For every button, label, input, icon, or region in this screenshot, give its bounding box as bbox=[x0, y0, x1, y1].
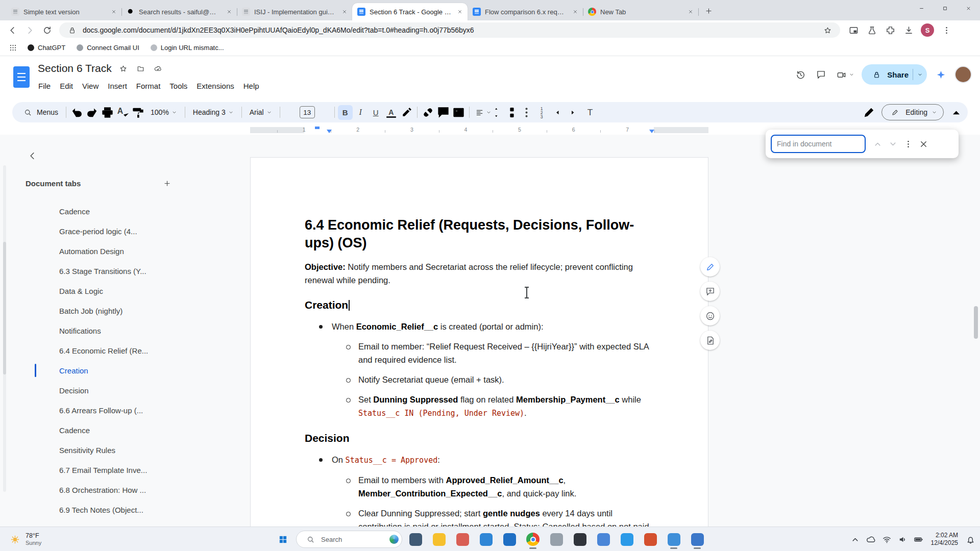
outline-item[interactable]: Automation Design bbox=[15, 243, 204, 259]
insert-image-button[interactable] bbox=[451, 105, 466, 120]
outline-item[interactable]: Batch Job (nightly) bbox=[15, 303, 204, 319]
menu-help[interactable]: Help bbox=[239, 80, 264, 92]
browser-tab[interactable]: New Tab bbox=[583, 3, 698, 20]
taskbar-search[interactable]: Search bbox=[296, 531, 402, 548]
tab-close-icon[interactable] bbox=[225, 7, 234, 16]
decrease-font-button[interactable] bbox=[283, 105, 298, 120]
menu-format[interactable]: Format bbox=[132, 80, 165, 92]
line-spacing-button[interactable] bbox=[493, 105, 507, 120]
browser-tab[interactable]: ISIJ - Implementation guide - bbox=[237, 3, 352, 20]
share-button[interactable]: Share bbox=[862, 64, 927, 85]
omnibox[interactable]: docs.google.com/document/d/1jkdXn2EE3q0X… bbox=[59, 22, 840, 38]
file-explorer-icon[interactable] bbox=[429, 529, 449, 549]
document-title[interactable]: Section 6 Track bbox=[38, 62, 112, 74]
clock[interactable]: 2:02 AM 12/4/2025 bbox=[929, 532, 960, 547]
powerpoint-icon[interactable] bbox=[640, 529, 660, 549]
outline-item[interactable]: 6.7 Email Template Inve... bbox=[15, 462, 204, 478]
chrome-menu-icon[interactable] bbox=[938, 22, 954, 38]
outline-item[interactable]: Decision bbox=[15, 382, 204, 398]
bookmark-item[interactable]: ChatGPT bbox=[23, 42, 69, 53]
comments-icon[interactable] bbox=[814, 68, 827, 81]
redo-button[interactable] bbox=[85, 105, 100, 120]
bookmark-star-icon[interactable] bbox=[821, 23, 834, 37]
pen-suggest-button[interactable] bbox=[700, 257, 720, 277]
notepad-icon[interactable] bbox=[687, 529, 707, 549]
undo-button[interactable] bbox=[69, 105, 84, 120]
apps-grid-icon[interactable] bbox=[6, 41, 19, 55]
collapse-panel-button[interactable] bbox=[22, 146, 42, 165]
forward-icon[interactable] bbox=[21, 22, 38, 38]
menu-extensions[interactable]: Extensions bbox=[192, 80, 238, 92]
checklist-button[interactable] bbox=[508, 105, 523, 120]
menu-edit[interactable]: Edit bbox=[55, 80, 78, 92]
people-icon[interactable] bbox=[593, 529, 614, 549]
edge-icon[interactable] bbox=[476, 529, 496, 549]
browser-tab[interactable]: Section 6 Track - Google Docs bbox=[352, 3, 468, 20]
volume-icon[interactable] bbox=[897, 534, 909, 545]
paragraph-style-select[interactable]: Heading 3 bbox=[188, 105, 238, 120]
increase-font-button[interactable] bbox=[316, 105, 331, 120]
close-button[interactable] bbox=[957, 0, 980, 16]
browser-tab[interactable]: Flow comparison 6.x requirem... bbox=[468, 3, 583, 20]
paint-format-button[interactable] bbox=[131, 105, 145, 120]
outline-item[interactable]: Grace-period logic (4... bbox=[15, 223, 204, 239]
onedrive-icon[interactable] bbox=[866, 534, 877, 545]
bulleted-list-button[interactable] bbox=[523, 105, 538, 120]
hide-menus-button[interactable] bbox=[949, 105, 964, 120]
weather-widget[interactable]: 78°F Sunny bbox=[5, 527, 44, 551]
menu-tools[interactable]: Tools bbox=[165, 80, 192, 92]
outline-item[interactable]: Sensitivity Rules bbox=[15, 442, 204, 458]
outline-item[interactable]: Cadence bbox=[15, 203, 204, 219]
find-previous-button[interactable] bbox=[871, 137, 884, 151]
labs-flask-icon[interactable] bbox=[864, 22, 880, 38]
outline-item[interactable]: Cadence bbox=[15, 422, 204, 438]
wifi-icon[interactable] bbox=[881, 534, 893, 545]
numbered-list-button[interactable]: 123 bbox=[538, 105, 553, 120]
move-folder-icon[interactable] bbox=[135, 63, 146, 74]
media-viewer-icon[interactable] bbox=[845, 22, 862, 38]
find-options-icon[interactable] bbox=[901, 137, 915, 151]
outline-item[interactable]: Data & Logic bbox=[15, 283, 204, 299]
maximize-button[interactable] bbox=[933, 0, 957, 16]
add-comment-margin-button[interactable] bbox=[700, 282, 720, 301]
underline-button[interactable]: U bbox=[369, 105, 383, 120]
add-tab-button[interactable] bbox=[160, 177, 174, 190]
find-input[interactable] bbox=[771, 135, 866, 153]
back-icon[interactable] bbox=[4, 22, 20, 38]
share-chevron-icon[interactable] bbox=[917, 72, 923, 78]
align-button[interactable] bbox=[473, 105, 492, 120]
font-size-field[interactable]: 13 bbox=[300, 106, 315, 118]
outline-item[interactable]: Creation bbox=[15, 362, 204, 379]
snipping-tool-icon[interactable] bbox=[664, 529, 684, 549]
outline-item[interactable]: 6.8 Orchestration: How ... bbox=[15, 482, 204, 498]
insert-link-button[interactable] bbox=[421, 105, 435, 120]
vscode-icon[interactable] bbox=[617, 529, 637, 549]
tab-close-icon[interactable] bbox=[686, 7, 695, 16]
outline-scrollbar[interactable] bbox=[3, 165, 6, 492]
menu-file[interactable]: File bbox=[34, 80, 55, 92]
tab-close-icon[interactable] bbox=[455, 7, 464, 16]
new-tab-button[interactable] bbox=[701, 4, 716, 18]
find-close-icon[interactable] bbox=[917, 137, 930, 151]
editing-mode-button[interactable]: Editing bbox=[881, 104, 944, 120]
decrease-indent-button[interactable] bbox=[554, 105, 569, 120]
zoom-select[interactable]: 100% bbox=[146, 105, 182, 120]
left-indent-marker[interactable] bbox=[327, 130, 332, 133]
tab-close-icon[interactable] bbox=[571, 7, 580, 16]
url-text[interactable]: docs.google.com/document/d/1jkdXn2EE3q0X… bbox=[83, 26, 817, 34]
outline-item[interactable]: 6.9 Tech Notes (Object... bbox=[15, 502, 204, 518]
font-select[interactable]: Arial bbox=[245, 105, 277, 120]
star-document-icon[interactable] bbox=[118, 63, 129, 74]
increase-indent-button[interactable] bbox=[569, 105, 584, 120]
outline-item[interactable]: Notifications bbox=[15, 322, 204, 339]
notifications-icon[interactable] bbox=[965, 534, 976, 545]
outlook-icon[interactable] bbox=[499, 529, 520, 549]
gemini-icon[interactable] bbox=[934, 68, 947, 81]
document-scrollbar[interactable] bbox=[974, 306, 978, 339]
photos-icon[interactable] bbox=[452, 529, 473, 549]
chrome-icon[interactable] bbox=[523, 529, 543, 549]
minimize-button[interactable] bbox=[910, 0, 933, 16]
pen-tool-icon[interactable] bbox=[862, 105, 876, 120]
emoji-reaction-button[interactable] bbox=[700, 306, 720, 325]
italic-button[interactable]: I bbox=[353, 105, 368, 120]
